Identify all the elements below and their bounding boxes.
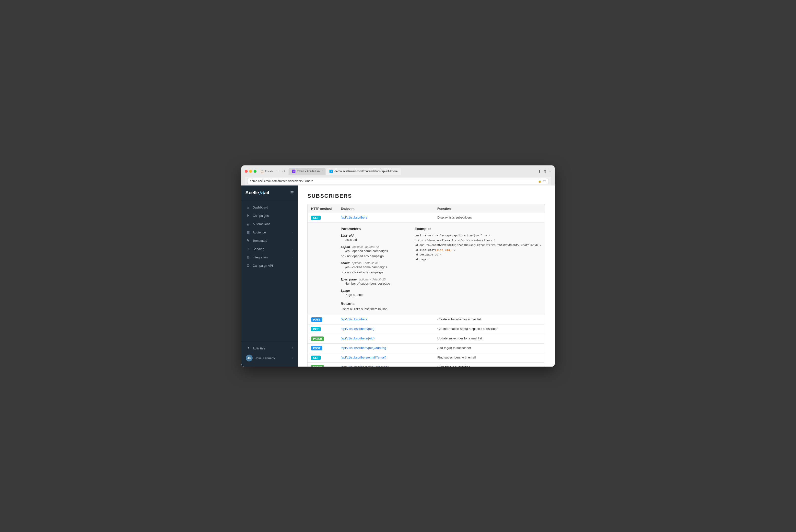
browser-chrome: 📋 Private ‹ ↺ M token - Acelle Em... S d… [241, 166, 555, 186]
params-method-cell [308, 223, 337, 315]
tab-label-token: token - Acelle Em... [297, 170, 322, 173]
method-cell: PATCH [308, 362, 337, 366]
refresh-button[interactable]: ↺ [281, 169, 286, 174]
sidebar-item-label: Integration [252, 255, 267, 259]
sidebar-item-label: Sending [252, 247, 264, 251]
sidebar-item-campaign-api[interactable]: ⚙ Campaign API [241, 261, 298, 270]
home-icon: ⌂ [246, 205, 250, 209]
menu-icon[interactable]: ☰ [290, 190, 294, 195]
param-desc: List's uid [345, 238, 357, 242]
method-badge-patch: PATCH [311, 337, 324, 341]
close-button[interactable] [245, 170, 248, 173]
activities-label: Activities [252, 346, 265, 350]
params-left: Parameters $list_uid List's uid $open op… [341, 227, 405, 311]
endpoint-cell: /api/v1/subscribers/{uid} [337, 334, 434, 343]
avatar-initials: JK [247, 357, 251, 360]
api-icon: ⚙ [246, 264, 250, 267]
endpoint-link[interactable]: /api/v1/subscribers/{uid}/subscribe [341, 365, 389, 366]
table-row: POST /api/v1/subscribers Create subscrib… [308, 315, 545, 324]
endpoint-link[interactable]: /api/v1/subscribers/{uid}/add-tag [341, 346, 386, 350]
traffic-lights [245, 170, 257, 173]
chevron-right-icon: › [292, 231, 293, 234]
tab-token[interactable]: M token - Acelle Em... [289, 168, 325, 175]
method-badge-post: POST [311, 346, 322, 350]
nav-arrows: ‹ ↺ [277, 169, 286, 174]
sidebar-item-integration[interactable]: ⊞ Integration › [241, 253, 298, 261]
sidebar-item-label: Templates [252, 239, 267, 243]
param-item: $click optional - default: all yes - cli… [341, 261, 405, 275]
param-desc: Page number [345, 293, 364, 297]
endpoint-link[interactable]: /api/v1/subscribers [341, 317, 367, 321]
param-name: $open [341, 245, 350, 249]
minimize-button[interactable] [249, 170, 252, 173]
download-icon[interactable]: ⬇ [538, 169, 541, 174]
params-content-cell: Parameters $list_uid List's uid $open op… [337, 223, 545, 315]
endpoint-cell: /api/v1/subscribers [337, 213, 434, 223]
table-row: GET /api/v1/subscribers Display list's s… [308, 213, 545, 223]
table-row: GET /api/v1/subscribers/{uid} Get inform… [308, 324, 545, 334]
param-name: $list_uid [341, 234, 354, 238]
params-row: Parameters $list_uid List's uid $open op… [308, 223, 545, 315]
method-cell: GET [308, 353, 337, 362]
method-badge-get: GET [311, 327, 321, 331]
back-button[interactable]: ‹ [277, 169, 280, 174]
new-tab-icon[interactable]: + [549, 169, 551, 173]
endpoint-link[interactable]: /api/v1/subscribers/{uid} [341, 337, 375, 340]
param-name: $click [341, 261, 349, 265]
endpoint-link[interactable]: /api/v1/subscribers [341, 215, 367, 219]
sidebar-item-label: Campaigns [252, 214, 269, 217]
endpoint-link[interactable]: /api/v1/subscribers/email/{email} [341, 356, 386, 359]
sidebar-item-automations[interactable]: ◎ Automations [241, 220, 298, 228]
endpoint-cell: /api/v1/subscribers/{uid} [337, 324, 434, 334]
browser-body: Acelle𝓜ail ☰ ⌂ Dashboard ✈ Campaigns ◎ A… [241, 186, 555, 366]
table-header-row: HTTP method Endpoint Function [308, 204, 545, 213]
private-badge: 📋 Private [261, 170, 273, 173]
endpoint-link[interactable]: /api/v1/subscribers/{uid} [341, 327, 375, 330]
param-name: $per_page [341, 278, 357, 281]
share-icon[interactable]: ⬆ [544, 169, 547, 174]
address-bar-row: demo.acellemail.com/frontend/docs/api/v1… [245, 177, 551, 186]
chevron-right-icon: › [292, 357, 293, 360]
param-optional: optional - default: 25 [359, 278, 386, 281]
sidebar-item-templates[interactable]: ✎ Templates [241, 236, 298, 245]
automations-icon: ◎ [246, 222, 250, 226]
sidebar-item-label: Automations [252, 222, 270, 226]
col-header-function: Function [434, 204, 545, 213]
param-item: $open optional - default: all yes - open… [341, 245, 405, 259]
function-cell: Display list's subscribers [434, 213, 545, 223]
private-icon: 📋 [261, 170, 264, 173]
more-icon[interactable]: ••• [543, 179, 546, 183]
returns-title: Returns [341, 302, 405, 306]
returns-desc: List of all list's subscribers in json [341, 307, 405, 311]
sidebar-item-campaigns[interactable]: ✈ Campaigns [241, 211, 298, 220]
chevron-right-icon: › [292, 247, 293, 250]
logo: Acelle𝓜ail [245, 190, 269, 195]
address-text: demo.acellemail.com/frontend/docs/api/v1… [250, 179, 536, 183]
templates-icon: ✎ [246, 239, 250, 243]
method-cell: GET [308, 324, 337, 334]
browser-window: 📋 Private ‹ ↺ M token - Acelle Em... S d… [241, 166, 555, 366]
param-item: $per_page optional - default: 25 Number … [341, 278, 405, 286]
method-cell: GET [308, 213, 337, 223]
sidebar-header: Acelle𝓜ail ☰ [241, 186, 298, 200]
endpoint-cell: /api/v1/subscribers/email/{email} [337, 353, 434, 362]
address-bar[interactable]: demo.acellemail.com/frontend/docs/api/v1… [247, 178, 549, 184]
tab-icon-token: M [292, 170, 296, 173]
user-profile[interactable]: JK Jolie Kennedy › [241, 353, 298, 364]
sidebar-item-label: Campaign API [252, 264, 273, 267]
maximize-button[interactable] [253, 170, 257, 173]
function-cell: Get information about a specific subscri… [434, 324, 545, 334]
chevron-right-icon: › [292, 256, 293, 259]
sidebar-item-sending[interactable]: ⊙ Sending › [241, 245, 298, 253]
function-cell: Add tag(s) to subscriber [434, 343, 545, 353]
tab-docs[interactable]: S demo.acellemail.com/frontend/docs/api/… [326, 168, 401, 175]
sidebar-item-activities[interactable]: ↺ Activities ↗ [241, 344, 298, 353]
avatar: JK [246, 355, 252, 361]
table-row: POST /api/v1/subscribers/{uid}/add-tag A… [308, 343, 545, 353]
sidebar-item-audience[interactable]: ▦ Audience › [241, 228, 298, 236]
params-right: Example: curl -X GET -H "accept:applicat… [414, 227, 541, 311]
sidebar: Acelle𝓜ail ☰ ⌂ Dashboard ✈ Campaigns ◎ A… [241, 186, 298, 366]
method-badge-post: POST [311, 317, 322, 322]
param-item: $list_uid List's uid [341, 234, 405, 243]
sidebar-item-dashboard[interactable]: ⌂ Dashboard [241, 203, 298, 211]
